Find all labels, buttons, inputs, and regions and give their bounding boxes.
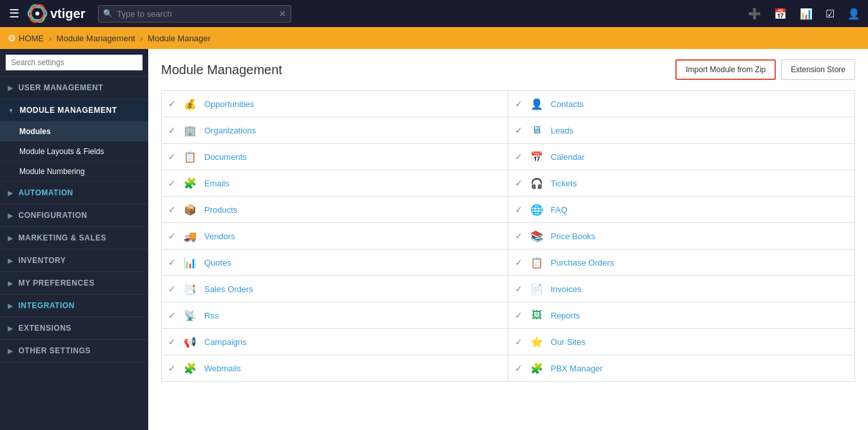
module-checkbox[interactable]: ✓ — [515, 178, 523, 188]
module-icon: 📡 — [182, 308, 198, 323]
module-cell: ✓📚Price Books — [508, 223, 855, 249]
arrow-icon: ▶ — [8, 257, 14, 264]
module-name[interactable]: Price Books — [551, 231, 595, 241]
clear-search-icon[interactable]: ✕ — [279, 9, 286, 19]
module-checkbox[interactable]: ✓ — [168, 257, 176, 268]
sidebar-subitem-numbering[interactable]: Module Numbering — [0, 162, 148, 182]
module-name[interactable]: PBX Manager — [551, 364, 603, 373]
sidebar-item-my-preferences[interactable]: ▶ MY PREFERENCES — [0, 272, 148, 295]
sidebar-item-inventory[interactable]: ▶ INVENTORY — [0, 249, 148, 272]
module-checkbox[interactable]: ✓ — [515, 125, 523, 135]
module-icon: 🌐 — [529, 202, 545, 217]
module-checkbox[interactable]: ✓ — [168, 178, 176, 188]
module-checkbox[interactable]: ✓ — [515, 99, 523, 109]
module-checkbox[interactable]: ✓ — [515, 204, 523, 215]
arrow-icon: ▼ — [8, 107, 14, 114]
module-checkbox[interactable]: ✓ — [168, 284, 176, 294]
module-checkbox[interactable]: ✓ — [515, 284, 523, 294]
module-icon: 👤 — [529, 96, 545, 112]
module-name[interactable]: Rss — [204, 311, 218, 320]
global-search[interactable]: 🔍 ✕ — [98, 5, 291, 23]
module-cell: ✓📋Purchase Orders — [508, 249, 855, 275]
module-name[interactable]: Opportunities — [204, 99, 254, 109]
calendar-icon[interactable]: 📅 — [773, 6, 788, 21]
module-checkbox[interactable]: ✓ — [168, 99, 176, 109]
sidebar: ▶ USER MANAGEMENT ▼ MODULE MANAGEMENT Mo… — [0, 49, 148, 430]
sidebar-subitem-modules[interactable]: Modules — [0, 122, 148, 142]
module-checkbox[interactable]: ✓ — [168, 204, 176, 215]
module-row: ✓🚚Vendors✓📚Price Books — [161, 222, 855, 249]
module-name[interactable]: Vendors — [204, 231, 235, 241]
module-row: ✓📊Quotes✓📋Purchase Orders — [161, 249, 855, 275]
module-name[interactable]: Contacts — [551, 99, 584, 109]
module-icon: 📚 — [529, 228, 545, 244]
header-buttons: Import Module from Zip Extension Store — [675, 59, 855, 80]
module-icon: 🏢 — [182, 122, 198, 138]
module-row: ✓📡Rss✓🖼Reports — [161, 302, 855, 328]
module-name[interactable]: Leads — [551, 126, 574, 135]
module-name[interactable]: Organizations — [204, 126, 256, 135]
module-checkbox[interactable]: ✓ — [168, 310, 176, 320]
hamburger-button[interactable]: ☰ — [6, 4, 22, 23]
arrow-icon: ▶ — [8, 325, 14, 332]
module-cell: ✓🎧Tickets — [508, 170, 855, 196]
settings-search-input[interactable] — [5, 54, 143, 71]
arrow-icon: ▶ — [8, 84, 14, 92]
add-icon[interactable]: ➕ — [747, 6, 762, 21]
module-name[interactable]: FAQ — [551, 205, 568, 215]
module-checkbox[interactable]: ✓ — [515, 363, 523, 373]
module-name[interactable]: Tickets — [551, 179, 577, 188]
module-checkbox[interactable]: ✓ — [515, 151, 523, 162]
sidebar-item-module-management[interactable]: ▼ MODULE MANAGEMENT — [0, 99, 148, 122]
extension-store-button[interactable]: Extension Store — [781, 59, 855, 80]
module-checkbox[interactable]: ✓ — [515, 257, 523, 268]
module-name[interactable]: Campaigns — [204, 337, 247, 347]
chart-icon[interactable]: 📊 — [798, 6, 814, 21]
sidebar-item-automation[interactable]: ▶ AUTOMATION — [0, 182, 148, 204]
sidebar-item-user-management[interactable]: ▶ USER MANAGEMENT — [0, 77, 148, 99]
sidebar-subitem-layouts[interactable]: Module Layouts & Fields — [0, 142, 148, 162]
module-name[interactable]: Reports — [551, 311, 581, 320]
module-row: ✓📋Documents✓📅Calendar — [161, 143, 855, 170]
user-icon[interactable]: 👤 — [846, 6, 862, 21]
search-input[interactable] — [98, 5, 291, 23]
module-icon: 🧩 — [529, 360, 545, 376]
module-cell: ✓📑Sales Orders — [162, 276, 508, 302]
check-icon[interactable]: ☑ — [824, 6, 836, 21]
module-name[interactable]: Documents — [204, 152, 247, 162]
module-name[interactable]: Products — [204, 205, 237, 215]
sidebar-item-other-settings[interactable]: ▶ OTHER SETTINGS — [0, 340, 148, 362]
breadcrumb-module-management[interactable]: Module Management — [57, 34, 135, 43]
module-cell: ✓🧩Emails — [162, 170, 508, 196]
module-checkbox[interactable]: ✓ — [515, 337, 523, 347]
module-name[interactable]: Webmails — [204, 364, 241, 373]
breadcrumb-home[interactable]: HOME — [19, 34, 44, 43]
module-name[interactable]: Our Sites — [551, 337, 586, 347]
module-checkbox[interactable]: ✓ — [168, 231, 176, 241]
sidebar-item-marketing-sales[interactable]: ▶ MARKETING & SALES — [0, 227, 148, 249]
module-cell: ✓🚚Vendors — [162, 223, 508, 249]
module-icon: 📋 — [182, 149, 198, 164]
module-checkbox[interactable]: ✓ — [168, 125, 176, 135]
import-module-button[interactable]: Import Module from Zip — [675, 59, 776, 80]
module-name[interactable]: Sales Orders — [204, 284, 253, 294]
sidebar-item-integration[interactable]: ▶ INTEGRATION — [0, 295, 148, 317]
module-cell: ✓💰Opportunities — [162, 91, 508, 117]
module-checkbox[interactable]: ✓ — [168, 151, 176, 162]
module-name[interactable]: Quotes — [204, 258, 231, 268]
breadcrumb: ⚙ HOME › Module Management › Module Mana… — [0, 27, 868, 49]
module-icon: 🧩 — [182, 175, 198, 191]
module-checkbox[interactable]: ✓ — [515, 310, 523, 320]
module-name[interactable]: Invoices — [551, 284, 582, 294]
arrow-icon: ▶ — [8, 347, 14, 355]
sidebar-item-configuration[interactable]: ▶ CONFIGURATION — [0, 204, 148, 227]
sidebar-search[interactable] — [0, 49, 148, 77]
sidebar-item-extensions[interactable]: ▶ EXTENSIONS — [0, 317, 148, 340]
module-name[interactable]: Emails — [204, 179, 229, 188]
module-checkbox[interactable]: ✓ — [168, 363, 176, 373]
module-checkbox[interactable]: ✓ — [168, 337, 176, 347]
module-name[interactable]: Purchase Orders — [551, 258, 614, 268]
module-name[interactable]: Calendar — [551, 152, 585, 162]
module-icon: 📋 — [529, 255, 545, 270]
module-checkbox[interactable]: ✓ — [515, 231, 523, 241]
